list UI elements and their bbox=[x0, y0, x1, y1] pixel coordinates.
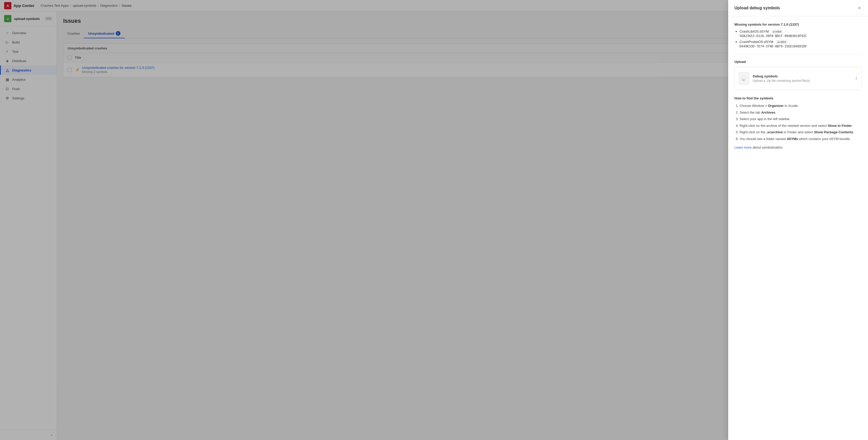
how-to-step-6: You should see a folder named dSYMs whic… bbox=[740, 136, 862, 142]
symbol-name-0: CrashLibiOS.dSYM bbox=[740, 30, 769, 33]
how-to-step-4: Right-click on the archive of the needed… bbox=[740, 123, 862, 128]
symbol-hash-0: 5DA23653-D126-39F0-BDCF-994B3019F92C bbox=[740, 34, 862, 38]
zip-file-icon: zip bbox=[739, 72, 749, 85]
modal-close-button[interactable]: × bbox=[857, 5, 862, 11]
upload-info: Debug symbols Upload a .zip file contain… bbox=[753, 74, 851, 83]
modal-body: Missing symbols for version 7.1.0 (1337)… bbox=[728, 16, 868, 440]
upload-arrow-icon[interactable]: ↑ bbox=[855, 76, 857, 81]
how-to-title: How to find the symbols bbox=[734, 96, 862, 100]
missing-symbol-item-0: CrashLibiOS.dSYM arm64 5DA23653-D126-39F… bbox=[740, 30, 862, 38]
learn-more-text: Learn more about symbolication. bbox=[734, 146, 862, 149]
symbol-arch-1: arm64 bbox=[776, 40, 787, 44]
how-to-steps-list: Choose Window > Organizer in Xcode. Sele… bbox=[734, 103, 862, 141]
modal-header: Upload debug symbols × bbox=[728, 0, 868, 16]
how-to-step-3: Select your app in the left sidebar. bbox=[740, 117, 862, 122]
upload-dropzone[interactable]: zip Debug symbols Upload a .zip file con… bbox=[734, 67, 862, 90]
symbol-hash-1: D449E33D-7E74-379D-8B79-15EE104ED1DF bbox=[740, 44, 862, 48]
upload-dropzone-title: Debug symbols bbox=[753, 74, 851, 78]
modal-title: Upload debug symbols bbox=[734, 6, 780, 10]
svg-text:zip: zip bbox=[742, 80, 744, 81]
missing-symbols-list: CrashLibiOS.dSYM arm64 5DA23653-D126-39F… bbox=[734, 30, 862, 48]
missing-symbols-section-title: Missing symbols for version 7.1.0 (1337) bbox=[734, 23, 862, 26]
modal-overlay[interactable]: Upload debug symbols × Missing symbols f… bbox=[0, 0, 868, 440]
upload-debug-symbols-modal: Upload debug symbols × Missing symbols f… bbox=[728, 0, 868, 440]
upload-dropzone-subtitle: Upload a .zip file containing symbol fil… bbox=[753, 79, 851, 83]
how-to-step-5: Right-click on the .xcarchive in Finder … bbox=[740, 130, 862, 135]
symbol-name-1: CrashProbeiOS.dSYM bbox=[740, 40, 773, 44]
missing-symbol-item-1: CrashProbeiOS.dSYM arm64 D449E33D-7E74-3… bbox=[740, 40, 862, 48]
how-to-step-1: Choose Window > Organizer in Xcode. bbox=[740, 103, 862, 108]
learn-more-link[interactable]: Learn more bbox=[734, 146, 751, 149]
divider-1 bbox=[734, 54, 862, 55]
symbol-arch-0: arm64 bbox=[771, 30, 783, 34]
how-to-step-2: Select the tab Archives. bbox=[740, 110, 862, 115]
upload-section-title: Upload bbox=[734, 60, 862, 64]
